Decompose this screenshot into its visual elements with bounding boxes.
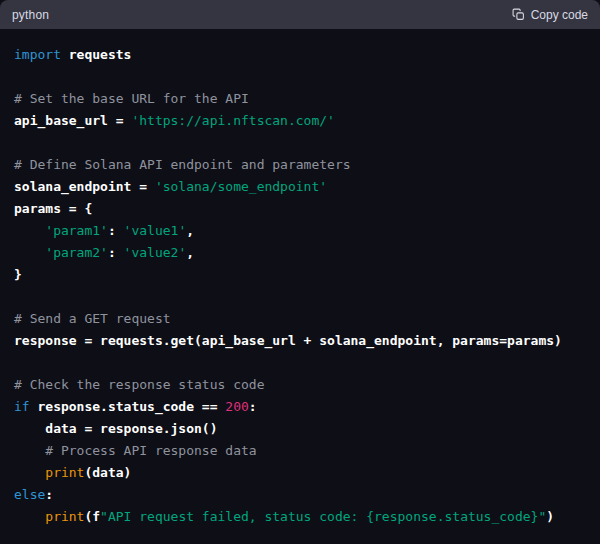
code-token-plain: : (249, 399, 257, 414)
code-token-plain: (f (84, 509, 100, 524)
code-line (14, 66, 586, 88)
clipboard-icon (512, 8, 525, 21)
code-token-builtin: print (45, 509, 84, 524)
code-token-comment: # Check the response status code (14, 377, 264, 392)
code-token-plain: : (108, 245, 124, 260)
code-lines-container: import requests # Set the base URL for t… (14, 44, 586, 528)
code-line: # Send a GET request (14, 308, 586, 330)
code-block-window: python Copy code import requests # Set t… (0, 0, 600, 544)
code-token-string: 'https://api.nftscan.com/' (131, 113, 335, 128)
code-line: import requests (14, 44, 586, 66)
code-token-keyword: if (14, 399, 30, 414)
code-token-comment: # Process API response data (45, 443, 256, 458)
code-language-label: python (12, 8, 49, 22)
code-line: else: (14, 484, 586, 506)
code-token-string: 'value2' (124, 245, 187, 260)
code-line: 'param1': 'value1', (14, 220, 586, 242)
code-token-string: 'param1' (45, 223, 108, 238)
code-token-plain (14, 223, 45, 238)
code-line: params = { (14, 198, 586, 220)
code-token-plain (14, 465, 45, 480)
code-line (14, 132, 586, 154)
code-token-string: 'param2' (45, 245, 108, 260)
code-token-string: 'solana/some_endpoint' (155, 179, 327, 194)
code-block-header: python Copy code (0, 0, 600, 29)
code-token-plain: api_base_url = (14, 113, 131, 128)
code-token-comment: # Define Solana API endpoint and paramet… (14, 157, 351, 172)
code-line: # Define Solana API endpoint and paramet… (14, 154, 586, 176)
code-line (14, 286, 586, 308)
code-token-plain: , (186, 223, 194, 238)
copy-code-label: Copy code (531, 8, 588, 22)
code-line: if response.status_code == 200: (14, 396, 586, 418)
code-token-plain: } (14, 267, 22, 282)
code-token-plain: : (108, 223, 124, 238)
code-token-plain: (data) (84, 465, 131, 480)
code-line: # Set the base URL for the API (14, 88, 586, 110)
code-token-plain: solana_endpoint = (14, 179, 155, 194)
code-line: } (14, 264, 586, 286)
code-line: # Check the response status code (14, 374, 586, 396)
code-token-plain: params = { (14, 201, 92, 216)
code-token-string: "API request failed, status code: {respo… (100, 509, 546, 524)
code-token-plain: , (186, 245, 194, 260)
code-token-plain: response.status_code == (30, 399, 226, 414)
code-token-comment: # Set the base URL for the API (14, 91, 249, 106)
code-token-plain: response = requests.get(api_base_url + s… (14, 333, 562, 348)
code-token-plain: requests (61, 47, 131, 62)
code-token-keyword: else (14, 487, 45, 502)
code-line: solana_endpoint = 'solana/some_endpoint' (14, 176, 586, 198)
code-token-plain (14, 509, 45, 524)
code-token-string: 'value1' (124, 223, 187, 238)
code-token-plain (14, 245, 45, 260)
code-line: 'param2': 'value2', (14, 242, 586, 264)
code-content: import requests # Set the base URL for t… (0, 29, 600, 544)
code-token-plain: data = response.json() (14, 421, 218, 436)
code-line: data = response.json() (14, 418, 586, 440)
code-line: print(f"API request failed, status code:… (14, 506, 586, 528)
code-token-plain: : (45, 487, 53, 502)
code-token-keyword: import (14, 47, 61, 62)
code-token-plain: ) (546, 509, 554, 524)
copy-code-button[interactable]: Copy code (512, 8, 588, 22)
code-line (14, 352, 586, 374)
code-token-comment: # Send a GET request (14, 311, 171, 326)
code-token-plain (14, 443, 45, 458)
code-line: api_base_url = 'https://api.nftscan.com/… (14, 110, 586, 132)
code-line: response = requests.get(api_base_url + s… (14, 330, 586, 352)
code-line: print(data) (14, 462, 586, 484)
code-token-number: 200 (225, 399, 248, 414)
code-line: # Process API response data (14, 440, 586, 462)
code-token-builtin: print (45, 465, 84, 480)
